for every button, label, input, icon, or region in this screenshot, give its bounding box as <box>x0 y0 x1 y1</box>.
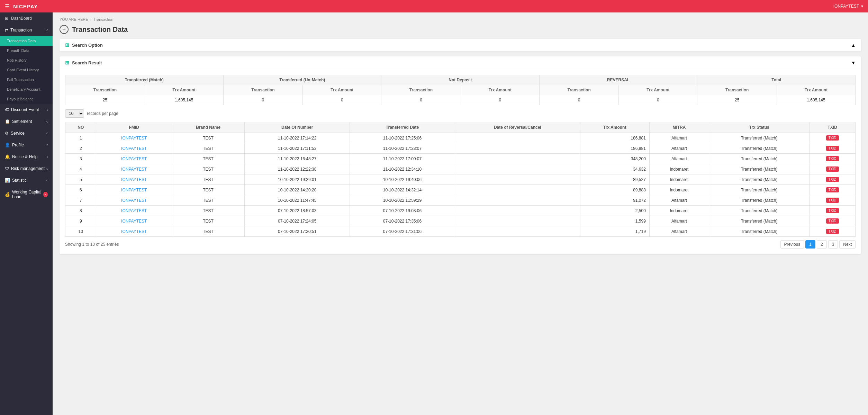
sidebar-item-risk-management[interactable]: 🛡 Risk management ‹ <box>0 163 53 174</box>
search-option-header-left: ⊞ Search Option <box>65 42 103 48</box>
username-label: IONPAYTEST <box>833 4 859 9</box>
cell-imid[interactable]: IONPAYTEST <box>96 195 172 206</box>
records-per-page-select[interactable]: 10 25 50 100 <box>65 109 84 118</box>
sidebar-item-payout-balance[interactable]: Payout Balance <box>0 94 53 104</box>
summary-sub-amt3: Trx Amount <box>461 85 539 95</box>
grid-result-icon: ⊞ <box>65 60 69 65</box>
submenu-label-preauth-data: Preauth Data <box>7 48 29 53</box>
table-row: 1IONPAYTESTTEST11-10-2022 17:14:2211-10-… <box>65 133 856 143</box>
sidebar-item-settlement[interactable]: 📋 Settlement ‹ <box>0 116 53 127</box>
sidebar-label-discount-event: Discount Event <box>11 107 39 112</box>
previous-button[interactable]: Previous <box>780 240 804 249</box>
cell-date-num: 10-10-2022 19:29:01 <box>245 174 350 185</box>
summary-sub-amt2: Trx Amount <box>303 85 381 95</box>
submenu-label-transaction-data: Transaction Data <box>7 39 36 43</box>
search-result-header[interactable]: ⊞ Search Result ▼ <box>60 56 861 69</box>
cell-txid[interactable]: TXID <box>810 164 856 174</box>
sidebar-item-notice-help[interactable]: 🔔 Notice & Help ‹ <box>0 151 53 163</box>
page-2-button[interactable]: 2 <box>817 240 827 249</box>
search-option-header[interactable]: ⊞ Search Option ▲ <box>60 39 861 52</box>
cell-imid[interactable]: IONPAYTEST <box>96 174 172 185</box>
summary-sub-amt5: Trx Amount <box>777 85 856 95</box>
next-button[interactable]: Next <box>839 240 856 249</box>
cell-txid[interactable]: TXID <box>810 185 856 195</box>
sidebar-item-beneficiary-account[interactable]: Beneficiary Account <box>0 84 53 94</box>
sidebar-item-card-event-history[interactable]: Card Event History <box>0 65 53 75</box>
cell-reversal <box>455 164 580 174</box>
cell-txid[interactable]: TXID <box>810 216 856 226</box>
sidebar-item-transaction-data[interactable]: Transaction Data <box>0 36 53 46</box>
cell-mitra: Indomaret <box>649 206 709 216</box>
sidebar-label-transaction: Transaction <box>10 28 32 33</box>
page-title: Transaction Data <box>72 26 128 34</box>
page-3-button[interactable]: 3 <box>828 240 838 249</box>
cell-status: Transferred (Match) <box>709 133 809 143</box>
submenu-label-payout-balance: Payout Balance <box>7 97 34 101</box>
cell-reversal <box>455 143 580 154</box>
summary-value-6: 0 <box>539 95 619 105</box>
sidebar-item-dashboard[interactable]: ⊞ DashBoard <box>0 12 53 24</box>
dashboard-icon: ⊞ <box>5 16 8 21</box>
risk-icon: 🛡 <box>5 166 9 171</box>
sidebar-item-statistic[interactable]: 📊 Statistic ‹ <box>0 174 53 186</box>
cell-imid[interactable]: IONPAYTEST <box>96 216 172 226</box>
col-i-mid: I-MID <box>96 122 172 133</box>
cell-imid[interactable]: IONPAYTEST <box>96 206 172 216</box>
sidebar-item-fail-transaction[interactable]: Fail Transaction <box>0 75 53 84</box>
cell-imid[interactable]: IONPAYTEST <box>96 185 172 195</box>
sidebar-label-dashboard: DashBoard <box>11 16 32 21</box>
submenu-label-noti-history: Noti History <box>7 58 27 62</box>
table-row: 10IONPAYTESTTEST07-10-2022 17:20:5107-10… <box>65 226 856 237</box>
sidebar-item-working-capital-loan[interactable]: 💰 Working Capital Loan N <box>0 186 53 203</box>
cell-imid[interactable]: IONPAYTEST <box>96 133 172 143</box>
chevron-service-icon: ‹ <box>46 131 48 136</box>
cell-amount: 34,632 <box>580 164 649 174</box>
hamburger-icon[interactable]: ☰ <box>5 3 10 10</box>
cell-no: 1 <box>65 133 96 143</box>
cell-brand: TEST <box>172 226 244 237</box>
cell-imid[interactable]: IONPAYTEST <box>96 143 172 154</box>
sidebar-item-noti-history[interactable]: Noti History <box>0 55 53 65</box>
cell-status: Transferred (Match) <box>709 185 809 195</box>
topbar-left: ☰ NICEPAY <box>5 3 38 10</box>
sidebar-item-profile[interactable]: 👤 Profile ‹ <box>0 139 53 151</box>
showing-label: Showing 1 to 10 of 25 entries <box>65 242 119 247</box>
sidebar-label-notice-help: Notice & Help <box>12 154 37 159</box>
cell-txid[interactable]: TXID <box>810 154 856 164</box>
cell-txid[interactable]: TXID <box>810 133 856 143</box>
cell-no: 3 <box>65 154 96 164</box>
cell-txid[interactable]: TXID <box>810 226 856 237</box>
sidebar-item-preauth-data[interactable]: Preauth Data <box>0 46 53 55</box>
cell-imid[interactable]: IONPAYTEST <box>96 164 172 174</box>
cell-txid[interactable]: TXID <box>810 195 856 206</box>
transaction-icon: ⇄ <box>5 28 8 33</box>
cell-status: Transferred (Match) <box>709 164 809 174</box>
breadcrumb-separator: › <box>90 17 92 21</box>
cell-brand: TEST <box>172 216 244 226</box>
sidebar-label-risk-management: Risk management <box>11 166 45 171</box>
user-menu[interactable]: IONPAYTEST ▾ <box>833 4 863 9</box>
working-capital-loan-badge: N <box>43 192 48 197</box>
cell-reversal <box>455 206 580 216</box>
sidebar-label-statistic: Statistic <box>12 178 27 183</box>
cell-amount: 1,599 <box>580 216 649 226</box>
cell-txid[interactable]: TXID <box>810 143 856 154</box>
summary-sub-trx3: Transaction <box>381 85 461 95</box>
summary-value-3: 0 <box>303 95 381 105</box>
back-button[interactable]: ← <box>60 25 69 34</box>
cell-imid[interactable]: IONPAYTEST <box>96 154 172 164</box>
sidebar-item-transaction[interactable]: ⇄ Transaction ‹ <box>0 24 53 36</box>
cell-amount: 89,527 <box>580 174 649 185</box>
page-1-button[interactable]: 1 <box>805 240 815 249</box>
search-result-label: Search Result <box>72 60 102 65</box>
cell-txid[interactable]: TXID <box>810 174 856 185</box>
cell-status: Transferred (Match) <box>709 154 809 164</box>
pagination: Previous 123 Next <box>780 240 856 249</box>
cell-txid[interactable]: TXID <box>810 206 856 216</box>
cell-imid[interactable]: IONPAYTEST <box>96 226 172 237</box>
sidebar-item-service[interactable]: ⚙ Service ‹ <box>0 127 53 139</box>
topbar-right: IONPAYTEST ▾ <box>833 4 863 9</box>
table-row: 9IONPAYTESTTEST07-10-2022 17:24:0507-10-… <box>65 216 856 226</box>
sidebar-item-discount-event[interactable]: 🏷 Discount Event ‹ <box>0 104 53 116</box>
cell-reversal <box>455 185 580 195</box>
